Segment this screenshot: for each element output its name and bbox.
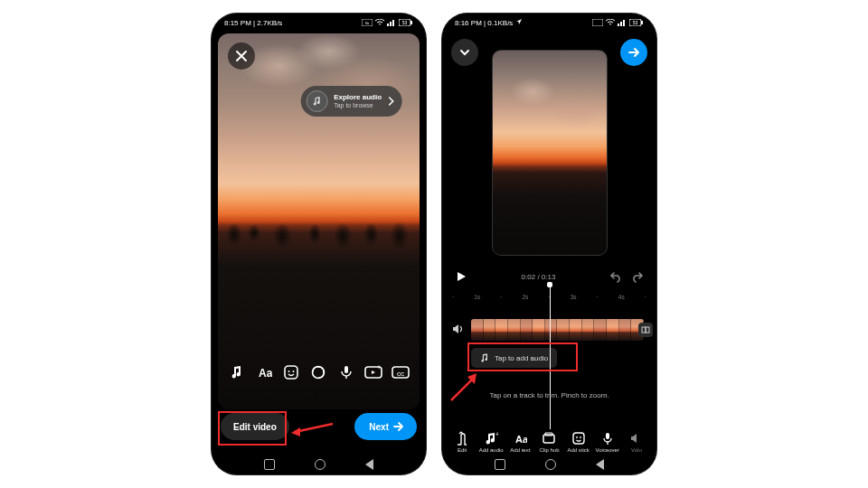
nav-back[interactable] [365, 459, 373, 470]
status-bar: 8:16 PM | 0.1KB/s 53 [442, 14, 656, 32]
effects-tool[interactable] [308, 362, 328, 382]
svg-point-33 [580, 436, 581, 438]
phone-left: 8:15 PM | 2.7KB/s Vo 53 Explore aud [212, 14, 426, 474]
svg-text:Aa: Aa [259, 367, 272, 380]
done-button[interactable] [620, 39, 647, 66]
chevron-down-icon [458, 46, 471, 59]
tool-voiceover[interactable]: Voiceover [593, 431, 622, 453]
svg-text:+: + [377, 364, 381, 371]
music-tool[interactable] [227, 362, 247, 382]
tool-edit[interactable]: Edit [448, 431, 476, 453]
close-button[interactable] [228, 42, 255, 70]
text-tool[interactable]: Aa [254, 362, 274, 382]
editor-top-buttons [451, 39, 647, 66]
svg-text:53: 53 [402, 20, 408, 25]
nav-home[interactable] [315, 459, 326, 470]
redo-button[interactable] [631, 270, 644, 283]
status-left: 8:15 PM | 2.7KB/s [224, 19, 282, 27]
next-label: Next [369, 422, 389, 432]
svg-point-10 [288, 371, 290, 372]
svg-rect-34 [606, 433, 609, 439]
nav-recents[interactable] [264, 459, 275, 470]
arrow-right-icon [627, 46, 640, 59]
undo-button[interactable] [609, 270, 622, 283]
status-right: Vo 53 [362, 19, 413, 26]
status-left: 8:16 PM | 0.1KB/s [455, 18, 523, 27]
svg-text:cc: cc [397, 370, 404, 378]
location-icon [515, 18, 523, 25]
gif-tool[interactable]: + [363, 362, 383, 382]
audio-subtitle: Tap to browse [334, 102, 382, 108]
svg-rect-4 [392, 20, 394, 26]
play-button[interactable] [455, 270, 467, 283]
audio-avatar [306, 90, 327, 112]
svg-text:+: + [495, 431, 498, 437]
tool-add-sticker[interactable]: Add stick [564, 431, 593, 453]
svg-point-32 [576, 436, 578, 438]
svg-rect-13 [344, 366, 348, 373]
svg-rect-25 [642, 327, 646, 333]
svg-rect-21 [623, 20, 625, 26]
svg-rect-26 [646, 327, 649, 333]
collapse-button[interactable] [451, 39, 478, 66]
nav-back[interactable] [596, 459, 604, 470]
battery-icon: 53 [629, 19, 644, 26]
explore-audio-pill[interactable]: Explore audio Tap to browse [300, 86, 402, 117]
annotation-arrow-audio [448, 371, 484, 402]
svg-rect-31 [573, 433, 584, 444]
music-note-icon [311, 96, 322, 107]
editor-preview[interactable] [492, 50, 608, 256]
wifi-icon [375, 19, 384, 26]
signal-icon [387, 19, 396, 26]
sticker-tool[interactable] [281, 362, 301, 382]
svg-text:Vo: Vo [365, 21, 370, 25]
battery-icon: 53 [399, 19, 413, 26]
video-track[interactable] [471, 319, 644, 341]
status-time: 8:15 PM [224, 19, 251, 27]
nav-home[interactable] [545, 459, 556, 470]
audio-title: Explore audio [334, 94, 382, 101]
status-net: 0.1KB/s [487, 19, 513, 27]
status-bar: 8:15 PM | 2.7KB/s Vo 53 [212, 14, 426, 32]
transition-button[interactable] [638, 323, 653, 337]
next-button[interactable]: Next [354, 413, 417, 440]
tool-add-audio[interactable]: + Add audio [476, 431, 505, 453]
svg-rect-18 [592, 19, 603, 26]
status-net: 2.7KB/s [257, 19, 282, 27]
tool-add-text[interactable]: Aa Add text [505, 431, 534, 453]
captions-tool[interactable]: cc [391, 362, 410, 382]
status-time: 8:16 PM [455, 19, 482, 27]
svg-rect-3 [390, 22, 392, 26]
annotation-box-audio [467, 343, 578, 371]
nav-recents[interactable] [495, 459, 505, 470]
android-nav [442, 455, 656, 474]
svg-rect-19 [618, 23, 619, 26]
status-right: 53 [592, 19, 644, 26]
svg-rect-23 [641, 21, 643, 24]
phone-right: 8:16 PM | 0.1KB/s 53 0:02 / 0: [442, 14, 656, 474]
svg-rect-6 [410, 21, 412, 24]
android-nav [212, 455, 426, 474]
chevron-right-icon [388, 96, 395, 107]
svg-text:Aa: Aa [515, 434, 527, 445]
mic-tool[interactable] [336, 362, 356, 382]
arrow-right-icon [393, 422, 404, 431]
svg-text:53: 53 [633, 20, 638, 25]
annotation-box-edit [218, 411, 287, 446]
signal-icon [618, 19, 627, 26]
svg-rect-20 [620, 22, 622, 26]
svg-point-11 [293, 371, 295, 372]
svg-rect-9 [285, 366, 297, 379]
timecode: 0:02 / 0:13 [522, 273, 556, 281]
annotation-arrow-edit [289, 420, 335, 436]
creative-tool-row: Aa + cc [218, 359, 420, 386]
svg-rect-2 [387, 23, 389, 26]
volte-icon: Vo [362, 19, 373, 26]
speaker-icon[interactable] [451, 323, 464, 335]
wifi-icon [606, 19, 615, 26]
volte-icon [592, 19, 603, 26]
tool-clip-hub[interactable]: Clip hub [534, 431, 563, 453]
tool-volume[interactable]: Volu [622, 431, 651, 453]
close-icon [235, 50, 248, 62]
